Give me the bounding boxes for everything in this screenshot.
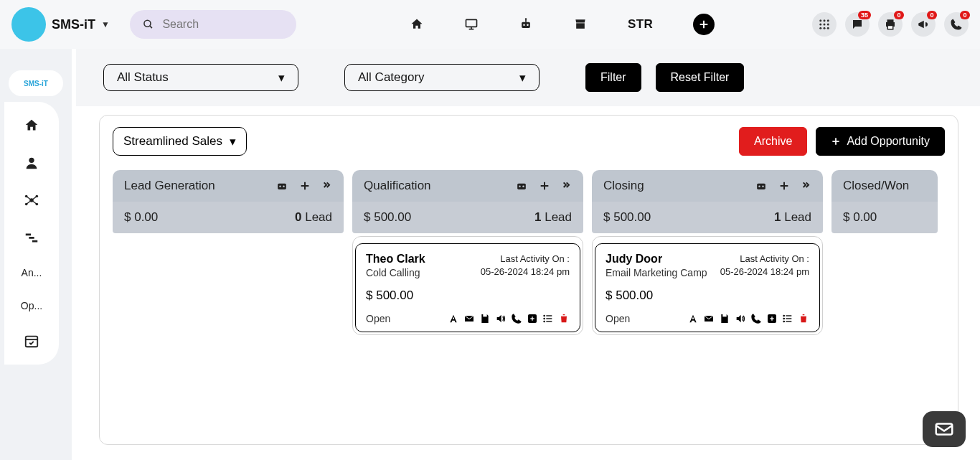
robot-icon[interactable] xyxy=(519,17,533,32)
sidebar-user-icon[interactable] xyxy=(24,155,39,171)
trash-icon[interactable] xyxy=(558,313,570,324)
apps-grid-icon[interactable] xyxy=(812,12,837,37)
print-icon[interactable]: 0 xyxy=(878,12,903,37)
svg-rect-47 xyxy=(278,184,286,189)
sidebar-item-opportunities[interactable]: Op... xyxy=(21,300,42,311)
search-input[interactable] xyxy=(162,18,283,31)
add-button[interactable] xyxy=(693,14,715,35)
text-icon[interactable] xyxy=(448,313,459,324)
chevron-down-icon: ▾ xyxy=(519,70,526,85)
opportunity-card[interactable]: Theo Clark Cold Calling Last Activity On… xyxy=(355,243,580,332)
column-amount: $ 500.00 xyxy=(364,210,411,225)
svg-point-0 xyxy=(144,20,151,27)
add-square-icon[interactable] xyxy=(766,313,778,324)
robot-icon[interactable] xyxy=(275,179,289,193)
str-link[interactable]: STR xyxy=(628,17,654,32)
status-select[interactable]: All Status ▾ xyxy=(103,64,298,91)
announce-badge: 0 xyxy=(927,11,937,19)
chevron-down-icon: ▾ xyxy=(230,134,236,149)
sidebar-tail xyxy=(4,373,72,438)
sidebar-funnel-icon[interactable] xyxy=(24,230,39,245)
pipeline-select[interactable]: Streamlined Sales ▾ xyxy=(113,127,247,156)
column-lead-generation: Lead Generation $ 0.00 0 Lead xyxy=(113,170,344,335)
card-container: Judy Door Email Marketing Camp Last Acti… xyxy=(592,236,823,335)
svg-rect-22 xyxy=(887,19,894,22)
sidebar-item-analytics[interactable]: An... xyxy=(22,267,42,278)
expand-icon[interactable] xyxy=(560,180,572,192)
card-name: Theo Clark xyxy=(366,253,425,266)
card-status: Open xyxy=(366,313,390,324)
svg-rect-10 xyxy=(576,23,585,29)
column-header: Closing xyxy=(592,170,823,202)
list-icon[interactable] xyxy=(542,313,554,324)
pipeline-label: Streamlined Sales xyxy=(123,134,222,149)
brand-name: SMS-iT xyxy=(52,17,95,32)
kanban-columns: Lead Generation $ 0.00 0 Lead Qualificat… xyxy=(113,170,945,335)
list-icon[interactable] xyxy=(782,313,793,324)
column-lead-label: Lead xyxy=(784,210,811,224)
phone-icon[interactable] xyxy=(750,313,762,324)
brand-selector[interactable]: SMS-iT ▼ xyxy=(52,17,110,32)
phone-icon[interactable] xyxy=(511,313,522,324)
left-sidebar: SMS-iT An... Op... xyxy=(0,49,72,460)
svg-point-54 xyxy=(522,186,524,188)
svg-rect-52 xyxy=(517,184,526,189)
mail-icon[interactable] xyxy=(463,313,475,324)
help-button[interactable] xyxy=(923,411,966,447)
pipeline-board: Streamlined Sales ▾ Archive Add Opportun… xyxy=(99,115,958,445)
sidebar-network-icon[interactable] xyxy=(24,192,39,208)
add-opportunity-label: Add Opportunity xyxy=(847,135,930,148)
card-amount: $ 500.00 xyxy=(366,288,570,303)
svg-line-31 xyxy=(27,197,32,201)
phone-icon[interactable]: 0 xyxy=(944,12,969,37)
chat-icon[interactable]: 35 xyxy=(845,12,870,37)
expand-icon[interactable] xyxy=(321,180,332,192)
card-activity-time: 05-26-2024 18:24 pm xyxy=(481,266,570,278)
home-icon[interactable] xyxy=(410,17,424,32)
card-activity-label: Last Activity On : xyxy=(720,253,809,266)
sidebar-logo[interactable]: SMS-iT xyxy=(9,70,63,96)
workspace-avatar[interactable] xyxy=(11,7,46,42)
sidebar-nav: An... Op... xyxy=(4,102,59,365)
top-nav-center: STR xyxy=(410,14,715,35)
category-select[interactable]: All Category ▾ xyxy=(344,64,540,91)
sound-icon[interactable] xyxy=(495,313,507,324)
desktop-icon[interactable] xyxy=(464,17,479,32)
save-icon[interactable] xyxy=(719,313,730,324)
svg-point-13 xyxy=(819,19,821,22)
svg-rect-5 xyxy=(522,22,530,28)
expand-icon[interactable] xyxy=(800,180,811,192)
search-field[interactable] xyxy=(130,10,296,39)
column-lead-label: Lead xyxy=(305,210,332,224)
column-lead-count: 1 xyxy=(534,210,541,224)
svg-point-16 xyxy=(819,24,821,26)
sidebar-home-icon[interactable] xyxy=(24,118,39,133)
svg-point-20 xyxy=(824,27,826,29)
store-icon[interactable] xyxy=(573,17,588,32)
column-header: Qualification xyxy=(352,170,583,202)
filter-button[interactable]: Filter xyxy=(585,63,641,92)
megaphone-icon[interactable]: 0 xyxy=(911,12,936,37)
svg-point-7 xyxy=(527,24,529,27)
reset-filter-button[interactable]: Reset Filter xyxy=(656,63,745,92)
archive-button[interactable]: Archive xyxy=(739,127,807,156)
sound-icon[interactable] xyxy=(735,313,746,324)
opportunity-card[interactable]: Judy Door Email Marketing Camp Last Acti… xyxy=(595,243,820,332)
add-opportunity-button[interactable]: Add Opportunity xyxy=(816,127,945,156)
robot-icon[interactable] xyxy=(514,179,529,193)
svg-point-18 xyxy=(827,24,829,26)
add-square-icon[interactable] xyxy=(527,313,538,324)
text-icon[interactable] xyxy=(687,313,699,324)
trash-icon[interactable] xyxy=(798,313,809,324)
plus-icon[interactable] xyxy=(299,180,311,192)
top-bar: SMS-iT ▼ STR 35 0 0 0 xyxy=(0,0,980,49)
plus-icon[interactable] xyxy=(539,180,550,192)
sidebar-calendar-icon[interactable] xyxy=(24,333,39,349)
plus-icon[interactable] xyxy=(778,180,790,192)
card-source: Email Marketing Camp xyxy=(606,267,707,278)
phone-badge: 0 xyxy=(960,11,970,19)
save-icon[interactable] xyxy=(479,313,491,324)
robot-icon[interactable] xyxy=(754,179,768,193)
mail-icon[interactable] xyxy=(703,313,715,324)
svg-rect-72 xyxy=(722,314,726,316)
